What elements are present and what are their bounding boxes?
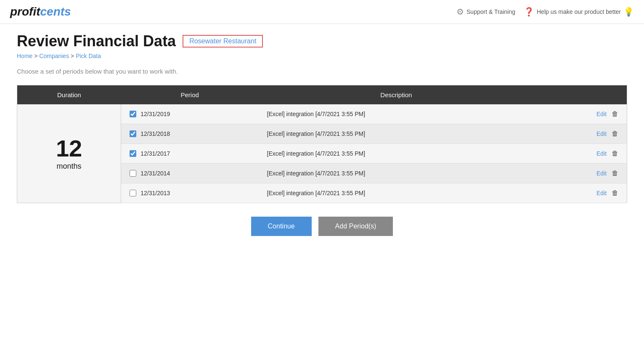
actions-cell: Edit 🗑 (534, 164, 627, 183)
duration-number: 12 (26, 137, 112, 160)
col-period: Period (121, 85, 259, 105)
period-value: 12/31/2019 (140, 111, 170, 117)
description-cell: [Excel] integration [4/7/2021 3:55 PM] (259, 104, 534, 124)
page-title-row: Review Financial Data Rosewater Restaura… (17, 32, 627, 50)
breadcrumb: Home > Companies > Pick Data (17, 53, 627, 59)
edit-link[interactable]: Edit (596, 111, 607, 117)
description-cell: [Excel] integration [4/7/2021 3:55 PM] (259, 183, 534, 203)
period-cell: 12/31/2017 (121, 144, 259, 164)
data-table: Duration Period Description 12 months 12… (17, 85, 627, 203)
page-title: Review Financial Data (17, 32, 176, 50)
logo-profit: profit (10, 5, 40, 19)
delete-icon[interactable]: 🗑 (612, 170, 618, 177)
continue-button[interactable]: Continue (251, 217, 312, 236)
logo: profitcents (10, 5, 71, 19)
edit-link[interactable]: Edit (596, 190, 607, 196)
delete-icon[interactable]: 🗑 (612, 150, 618, 157)
period-value: 12/31/2014 (140, 170, 170, 177)
support-training-item[interactable]: ⚙ Support & Training (456, 7, 515, 17)
duration-label: months (26, 162, 112, 171)
period-cell: 12/31/2018 (121, 124, 259, 144)
period-value: 12/31/2017 (140, 150, 170, 157)
period-value: 12/31/2018 (140, 130, 170, 137)
button-row: Continue Add Period(s) (17, 217, 627, 236)
period-checkbox[interactable] (130, 190, 136, 196)
breadcrumb-home[interactable]: Home (17, 53, 32, 59)
edit-link[interactable]: Edit (596, 130, 607, 137)
description-cell: [Excel] integration [4/7/2021 3:55 PM] (259, 144, 534, 164)
delete-icon[interactable]: 🗑 (612, 110, 618, 117)
main-content: Review Financial Data Rosewater Restaura… (0, 24, 644, 244)
edit-link[interactable]: Edit (596, 170, 607, 177)
delete-icon[interactable]: 🗑 (612, 130, 618, 137)
header-right: ⚙ Support & Training ❓ Help us make our … (456, 7, 634, 17)
help-label: Help us make our product better (537, 8, 621, 15)
period-checkbox[interactable] (130, 111, 136, 117)
subtitle: Choose a set of periods below that you w… (17, 68, 627, 75)
question-icon: ❓ (524, 7, 534, 17)
col-actions (534, 85, 627, 105)
breadcrumb-pick-data[interactable]: Pick Data (76, 53, 101, 59)
actions-cell: Edit 🗑 (534, 183, 627, 203)
company-badge[interactable]: Rosewater Restaurant (183, 35, 263, 48)
edit-link[interactable]: Edit (596, 150, 607, 157)
actions-cell: Edit 🗑 (534, 144, 627, 164)
header: profitcents ⚙ Support & Training ❓ Help … (0, 0, 644, 24)
add-period-button[interactable]: Add Period(s) (318, 217, 393, 236)
breadcrumb-companies[interactable]: Companies (39, 53, 69, 59)
period-value: 12/31/2013 (140, 190, 170, 196)
support-label: Support & Training (466, 8, 515, 15)
period-cell: 12/31/2013 (121, 183, 259, 203)
table-row: 12 months 12/31/2019[Excel] integration … (17, 104, 627, 124)
logo-cents: cents (40, 5, 71, 19)
lightbulb-icon: 💡 (623, 7, 634, 17)
description-cell: [Excel] integration [4/7/2021 3:55 PM] (259, 164, 534, 183)
period-checkbox[interactable] (130, 130, 136, 137)
description-cell: [Excel] integration [4/7/2021 3:55 PM] (259, 124, 534, 144)
period-cell: 12/31/2014 (121, 164, 259, 183)
period-checkbox[interactable] (130, 170, 136, 177)
help-item[interactable]: ❓ Help us make our product better 💡 (524, 7, 634, 17)
table-header-row: Duration Period Description (17, 85, 627, 105)
col-description: Description (259, 85, 534, 105)
gear-icon: ⚙ (456, 7, 464, 17)
delete-icon[interactable]: 🗑 (612, 189, 618, 196)
period-checkbox[interactable] (130, 150, 136, 157)
duration-cell: 12 months (17, 104, 121, 203)
actions-cell: Edit 🗑 (534, 124, 627, 144)
period-cell: 12/31/2019 (121, 104, 259, 124)
col-duration: Duration (17, 85, 121, 105)
actions-cell: Edit 🗑 (534, 104, 627, 124)
